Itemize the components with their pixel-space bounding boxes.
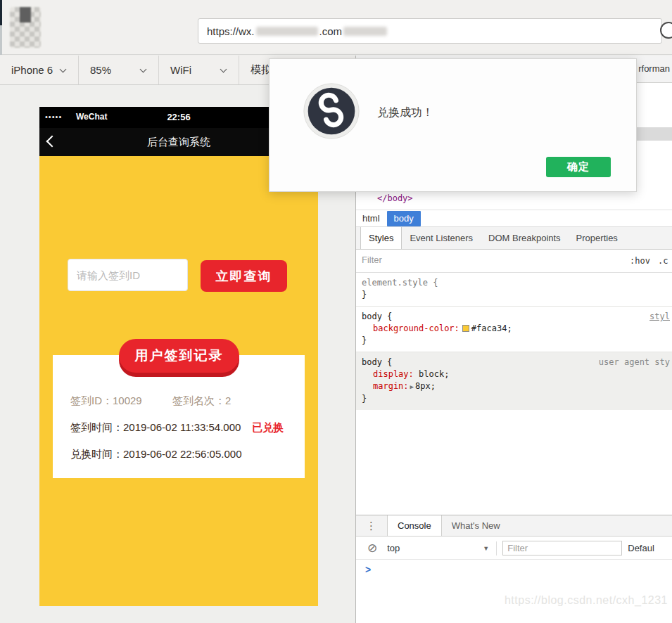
- miniprogram-logo-icon: [303, 83, 360, 139]
- context-selector[interactable]: top: [387, 543, 400, 553]
- avatar: [10, 7, 41, 48]
- chevron-down-icon: [140, 66, 147, 73]
- user-agent-origin: user agent sty: [599, 357, 670, 368]
- clear-console-icon[interactable]: ⊘: [367, 542, 377, 554]
- tab-performance-fragment[interactable]: rforman: [638, 63, 670, 74]
- chevron-down-icon: [220, 66, 227, 73]
- console-prompt[interactable]: >: [365, 564, 371, 575]
- tab-styles[interactable]: Styles: [360, 227, 402, 249]
- signin-id: 签到ID：10029: [70, 394, 142, 408]
- record-card: 签到ID：10029 签到名次：2 签到时间：2019-06-02 11:33:…: [53, 355, 305, 478]
- redeemed-status-badge: 已兑换: [252, 421, 284, 435]
- confirm-button[interactable]: 确定: [546, 157, 611, 177]
- kebab-menu-icon[interactable]: ⋮: [356, 515, 387, 536]
- signin-id-input[interactable]: [68, 259, 188, 291]
- device-select[interactable]: iPhone 6: [0, 56, 79, 84]
- url-domain: .com: [319, 25, 343, 37]
- window-edge: [0, 25, 2, 55]
- console-filter-input[interactable]: [502, 541, 622, 555]
- sidebar-tabs: Styles Event Listeners DOM Breakpoints P…: [356, 227, 672, 250]
- url-prefix: https://wx.: [207, 25, 255, 37]
- window-header: https://wx..com: [0, 0, 672, 55]
- dom-body-closing-tag[interactable]: </body>: [377, 193, 413, 203]
- divider: [496, 541, 497, 555]
- signin-rank: 签到名次：2: [172, 394, 231, 408]
- tab-dom-breakpoints[interactable]: DOM Breakpoints: [481, 227, 569, 249]
- window-edge-accent: [0, 0, 2, 25]
- expand-arrow-icon[interactable]: ▶: [410, 383, 414, 390]
- css-property[interactable]: background-color:#faca34;: [362, 323, 667, 335]
- console-toolbar: ⊘ top ▼ Defaul: [356, 537, 672, 560]
- breadcrumb-body[interactable]: body: [387, 211, 421, 226]
- search-icon[interactable]: [660, 22, 672, 39]
- chevron-down-icon: [60, 66, 67, 73]
- css-property[interactable]: margin:▶8px;: [362, 380, 667, 393]
- hover-state-toggle[interactable]: :hov: [630, 256, 650, 266]
- stylesheet-link[interactable]: styl: [649, 311, 670, 323]
- breadcrumb-html[interactable]: html: [362, 213, 380, 224]
- log-levels-select[interactable]: Defaul: [628, 543, 654, 553]
- url-input[interactable]: https://wx..com: [198, 18, 662, 44]
- rule-element-style[interactable]: element.style { }: [356, 273, 672, 307]
- styles-filter-input[interactable]: [362, 255, 573, 265]
- query-button[interactable]: 立即查询: [201, 260, 287, 292]
- rule-body-author[interactable]: body {styl background-color:#faca34; }: [356, 307, 672, 352]
- simulator-window: https://wx..com iPhone 6 85% WiFi 模拟操 rf…: [0, 0, 672, 623]
- tab-properties[interactable]: Properties: [569, 227, 626, 249]
- color-swatch[interactable]: [462, 325, 469, 332]
- dialog-message: 兑换成功！: [377, 105, 433, 120]
- tab-whats-new[interactable]: What's New: [442, 515, 510, 536]
- context-dropdown-icon[interactable]: ▼: [483, 545, 489, 552]
- rule-body-user-agent[interactable]: body {user agent sty display: block; mar…: [356, 352, 672, 410]
- url-blurred-segment: [256, 27, 318, 36]
- zoom-select[interactable]: 85%: [79, 56, 159, 84]
- tab-event-listeners[interactable]: Event Listeners: [402, 227, 481, 249]
- redeem-time: 兑换时间：2019-06-02 22:56:05.000: [70, 448, 241, 461]
- css-property[interactable]: display: block;: [362, 368, 667, 380]
- console-drawer-tabs: ⋮ Console What's New: [356, 515, 672, 537]
- styles-pane: element.style { } body {styl background-…: [356, 273, 672, 410]
- network-select[interactable]: WiFi: [159, 56, 239, 84]
- signin-time: 签到时间：2019-06-02 11:33:54.000: [70, 421, 241, 435]
- record-badge: 用户签到记录: [119, 339, 239, 373]
- breadcrumb: html body: [356, 210, 672, 227]
- app-body: 立即查询 用户签到记录 签到ID：10029 签到名次：2 签到时间：2019-…: [39, 156, 318, 606]
- class-toggle[interactable]: .c: [658, 256, 668, 266]
- tab-console[interactable]: Console: [387, 515, 442, 536]
- url-blurred-segment: [343, 27, 387, 36]
- styles-filter-row: :hov .c: [356, 250, 672, 273]
- success-dialog: 兑换成功！ 确定: [269, 58, 637, 192]
